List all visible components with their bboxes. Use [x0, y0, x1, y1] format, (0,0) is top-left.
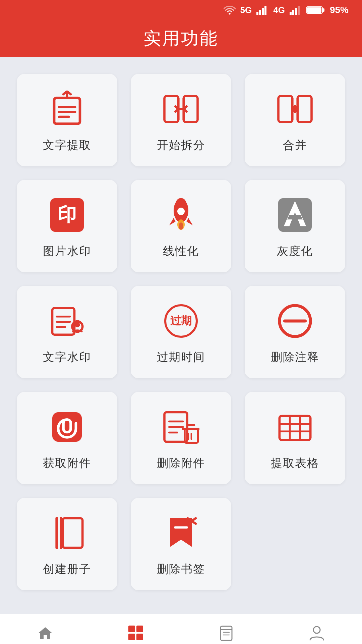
- feature-row-5: 创建册子 删除书签: [17, 498, 345, 590]
- svg-rect-17: [184, 96, 198, 122]
- svg-rect-20: [298, 96, 312, 122]
- svg-point-32: [75, 322, 80, 327]
- feature-image-watermark[interactable]: 印 图片水印: [17, 180, 117, 272]
- nav-features[interactable]: 小功能: [90, 614, 181, 644]
- rocket-icon: [163, 197, 199, 233]
- feature-grayscale[interactable]: 灰度化: [245, 180, 345, 272]
- feature-row-4: 获取附件 删除附件: [17, 392, 345, 484]
- create-portfolio-label: 创建册子: [43, 561, 91, 577]
- signal-5g: 5G: [240, 5, 252, 15]
- text-watermark-icon: [49, 303, 85, 339]
- svg-point-24: [177, 208, 185, 215]
- bookmark-icon: [163, 515, 199, 551]
- delete-bookmark-label: 删除书签: [157, 561, 205, 577]
- nav-home[interactable]: 首页: [0, 614, 90, 644]
- feature-merge[interactable]: 合并: [245, 74, 345, 166]
- nav-documents[interactable]: 文档: [181, 614, 272, 644]
- documents-icon: [217, 624, 236, 642]
- svg-rect-6: [295, 8, 297, 15]
- svg-point-26: [179, 222, 183, 230]
- feature-row-1: 文字提取 开始拆分: [17, 74, 345, 166]
- merge-label: 合并: [283, 138, 307, 153]
- nav-mine[interactable]: 我的: [272, 614, 362, 644]
- feature-expire-time[interactable]: 过期 过期时间: [131, 286, 231, 378]
- feature-get-attachment[interactable]: 获取附件: [17, 392, 117, 484]
- signal-4g: 4G: [273, 5, 285, 15]
- svg-rect-3: [264, 6, 266, 15]
- svg-rect-4: [290, 12, 292, 15]
- feature-row-3: 文字水印 过期 过期时间 删除注释: [17, 286, 345, 378]
- wifi-icon: [224, 5, 236, 15]
- delete-attachment-icon: [163, 409, 199, 445]
- portfolio-icon: [49, 515, 85, 551]
- svg-rect-60: [221, 626, 232, 640]
- image-watermark-label: 图片水印: [43, 244, 91, 259]
- feature-text-extract[interactable]: 文字提取: [17, 74, 117, 166]
- battery-icon: [306, 5, 325, 15]
- svg-rect-16: [165, 96, 179, 122]
- svg-rect-7: [298, 6, 300, 15]
- svg-rect-0: [256, 12, 258, 15]
- features-icon: [126, 624, 145, 642]
- linearize-label: 线性化: [163, 244, 199, 259]
- acrobat-icon: [277, 197, 313, 233]
- page-title: 实用功能: [143, 27, 219, 50]
- delete-attachment-label: 删除附件: [157, 455, 205, 471]
- get-attachment-label: 获取附件: [43, 455, 91, 471]
- image-watermark-icon: 印: [49, 197, 85, 233]
- battery-percentage: 95%: [330, 5, 349, 15]
- text-extract-icon: [49, 91, 85, 127]
- extract-table-label: 提取表格: [271, 455, 319, 471]
- expire-time-icon: 过期: [163, 303, 199, 339]
- feature-linearize[interactable]: 线性化: [131, 180, 231, 272]
- status-bar: 5G 4G 95%: [0, 0, 362, 20]
- split-icon: [163, 91, 199, 127]
- svg-rect-5: [292, 10, 294, 15]
- status-icons: 5G 4G 95%: [224, 5, 349, 15]
- svg-rect-19: [279, 96, 293, 122]
- feature-extract-table[interactable]: 提取表格: [245, 392, 345, 484]
- feature-split[interactable]: 开始拆分: [131, 74, 231, 166]
- feature-delete-annotation[interactable]: 删除注释: [245, 286, 345, 378]
- feature-delete-attachment[interactable]: 删除附件: [131, 392, 231, 484]
- feature-delete-bookmark[interactable]: 删除书签: [131, 498, 231, 590]
- signal-bars-2-icon: [290, 5, 302, 15]
- expire-time-label: 过期时间: [157, 350, 205, 365]
- svg-rect-45: [280, 416, 310, 440]
- mine-icon: [307, 624, 326, 642]
- svg-rect-52: [63, 518, 82, 548]
- header: 实用功能: [0, 20, 362, 57]
- svg-rect-58: [128, 634, 135, 640]
- svg-rect-9: [307, 7, 321, 13]
- svg-rect-1: [259, 10, 261, 15]
- text-extract-label: 文字提取: [43, 138, 91, 153]
- split-label: 开始拆分: [157, 138, 205, 153]
- svg-rect-56: [128, 626, 135, 632]
- delete-annotation-label: 删除注释: [271, 350, 319, 365]
- grayscale-label: 灰度化: [277, 244, 313, 259]
- delete-annotation-icon: [277, 303, 313, 339]
- home-icon: [36, 624, 55, 642]
- main-content: 文字提取 开始拆分: [0, 57, 362, 614]
- svg-point-61: [313, 627, 320, 633]
- svg-rect-2: [262, 8, 264, 15]
- svg-point-23: [176, 198, 186, 208]
- svg-rect-59: [136, 634, 143, 640]
- bottom-nav: 首页 小功能 文档: [0, 614, 362, 644]
- signal-bars-icon: [256, 5, 268, 15]
- attachment-icon: [49, 409, 85, 445]
- table-icon: [277, 409, 313, 445]
- svg-rect-57: [136, 626, 143, 632]
- feature-create-portfolio[interactable]: 创建册子: [17, 498, 117, 590]
- feature-text-watermark[interactable]: 文字水印: [17, 286, 117, 378]
- feature-row-2: 印 图片水印: [17, 180, 345, 272]
- merge-icon: [277, 91, 313, 127]
- text-watermark-label: 文字水印: [43, 350, 91, 365]
- svg-rect-10: [323, 8, 324, 12]
